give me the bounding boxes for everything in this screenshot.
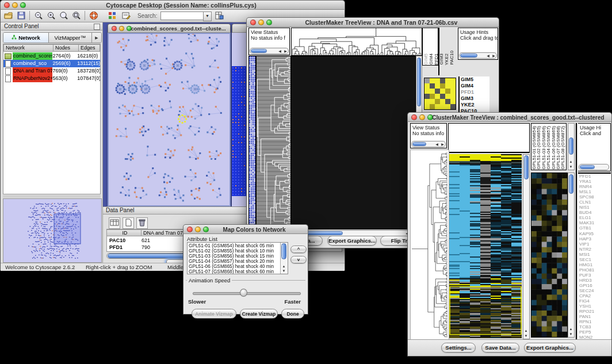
column-label[interactable]: GPL51-02 (GSM855) (536, 126, 541, 170)
tv2-status-hscroll[interactable]: ◀ ▶ (411, 141, 446, 147)
gene-label[interactable]: HAP3 (579, 236, 611, 242)
new-attribute-icon[interactable] (123, 217, 134, 229)
scroll-left-icon[interactable]: ◀ (485, 54, 491, 58)
tv1-column-dendrogram[interactable] (291, 28, 422, 56)
scroll-thumb[interactable] (412, 142, 426, 146)
tab-vizmapper[interactable]: VizMapper™ (49, 33, 92, 43)
tv2-save-data-button[interactable]: Save Data... (481, 343, 519, 352)
gene-label[interactable]: HMG1 (579, 262, 611, 267)
tv1-status-hscroll[interactable]: ◀ ▶ (250, 48, 289, 54)
gene-label[interactable]: PAN1 (579, 314, 611, 319)
scroll-left-icon[interactable]: ◀ (434, 143, 439, 147)
row-label[interactable]: GIM3 (461, 95, 489, 102)
scroll-down-icon[interactable]: ▼ (568, 165, 573, 169)
column-label[interactable]: GIM4 (429, 53, 434, 65)
zoom-out-icon[interactable] (34, 11, 43, 20)
gene-label[interactable]: PFD1 (579, 174, 611, 179)
dialog-titlebar[interactable]: Map Colors to Network (183, 224, 308, 234)
gene-label[interactable]: MSL1 (579, 189, 611, 194)
import-table-icon[interactable] (215, 11, 224, 20)
tv2-row-dendrogram[interactable] (410, 150, 449, 340)
row-label[interactable]: PFD1 (461, 89, 489, 95)
tv2-zoom-heatmap[interactable] (531, 173, 568, 338)
scroll-up-icon[interactable]: ▲ (281, 265, 286, 269)
gene-label[interactable]: CLN1 (579, 200, 611, 205)
column-label[interactable]: GPL51-06 (GSM865) (551, 126, 556, 170)
gene-label[interactable]: MON2 (579, 335, 611, 339)
treeview1-titlebar[interactable]: ClusterMaker TreeView : DNA and Tran 07-… (246, 17, 499, 27)
tab-network[interactable]: Network (3, 33, 49, 43)
main-titlebar[interactable]: Cytoscape Desktop (Session Name: collins… (0, 0, 345, 10)
window-controls[interactable] (4, 2, 26, 8)
row-label[interactable]: YKE2 (461, 102, 489, 108)
scroll-down-icon[interactable]: ▼ (568, 332, 573, 336)
save-session-icon[interactable] (17, 11, 26, 20)
column-label[interactable]: PAC10 (449, 51, 454, 65)
tv1-export-graphics-button[interactable]: Export Graphics... (327, 236, 377, 246)
gene-label[interactable]: NTR2 (579, 247, 611, 252)
minimize-icon[interactable] (195, 227, 201, 232)
minimize-icon[interactable] (119, 26, 124, 31)
scroll-right-icon[interactable]: ▶ (283, 49, 288, 53)
gene-label[interactable]: SPC98 (579, 194, 611, 200)
close-icon[interactable] (411, 114, 417, 120)
speed-slider-thumb[interactable] (240, 289, 247, 297)
gene-label[interactable]: YSH1 (579, 304, 611, 309)
open-session-icon[interactable] (4, 11, 13, 20)
scroll-thumb[interactable] (460, 53, 477, 58)
scroll-up-icon[interactable]: ▲ (568, 327, 573, 331)
gene-label[interactable]: ELG1 (579, 215, 611, 220)
float-panel-icon[interactable] (94, 24, 100, 30)
gene-label[interactable]: FIG4 (579, 298, 611, 304)
close-icon[interactable] (4, 2, 10, 8)
zoom-selected-icon[interactable] (59, 11, 68, 20)
tv2-zoom-vscroll[interactable]: ▲ ▼ (568, 173, 575, 338)
col-id[interactable]: ID (107, 229, 141, 236)
tv2-heatmap-strip[interactable] (449, 154, 522, 338)
tv2-vscroll[interactable]: ▲ ▼ (523, 154, 530, 339)
column-label[interactable]: YKE2 (444, 53, 449, 65)
scroll-thumb[interactable] (417, 58, 421, 106)
animate-vizmap-button[interactable]: Animate Vizmap (192, 309, 236, 319)
scroll-thumb[interactable] (580, 165, 595, 169)
col-network[interactable]: Network (3, 44, 53, 52)
scroll-thumb[interactable] (569, 174, 573, 194)
network-row[interactable]: combined_sco 2569(6) 13112(15) (3, 60, 100, 67)
network-row[interactable]: DNA and Tran 07 769(0) 183728(0) (3, 67, 100, 75)
column-label[interactable]: GPL51-08 (GSM872) (560, 126, 565, 170)
annotation-icon[interactable] (121, 11, 131, 20)
network-row[interactable]: RNAPuberNov2+ 563(0) 107847(0) (3, 75, 100, 82)
network-graph-canvas[interactable] (108, 33, 231, 206)
scroll-up-icon[interactable]: ▲ (523, 329, 529, 333)
col-nodes[interactable]: Nodes (53, 44, 79, 52)
tabs-more-button[interactable]: ▶ (92, 33, 101, 43)
minimize-icon[interactable] (419, 114, 425, 120)
tv1-global-strip[interactable] (248, 56, 256, 229)
gene-label[interactable]: GPI16 (579, 283, 611, 288)
scroll-thumb[interactable] (524, 155, 529, 179)
minimize-icon[interactable] (12, 2, 18, 8)
gene-label[interactable]: PHO81 (579, 267, 611, 273)
gene-label[interactable]: RPN1 (579, 319, 611, 324)
gene-label[interactable]: HRD3 (579, 278, 611, 283)
gene-label[interactable]: SEC1 (579, 257, 611, 262)
gene-label[interactable]: PEP5 (579, 329, 611, 335)
close-icon[interactable] (187, 227, 193, 232)
gene-label[interactable]: GTB1 (579, 225, 611, 231)
move-down-button[interactable]: v (290, 256, 307, 263)
row-label[interactable]: GIM5 (461, 76, 489, 83)
tv2-hints-hscroll[interactable] (579, 164, 609, 170)
gene-label[interactable]: RNR4 (579, 184, 611, 189)
gene-label[interactable]: TCB3 (579, 324, 611, 329)
zoom-in-icon[interactable] (47, 11, 56, 20)
tv2-export-graphics-button[interactable]: Export Graphics... (524, 343, 576, 352)
gene-label[interactable]: PUF3 (579, 273, 611, 278)
minimize-icon[interactable] (258, 20, 264, 25)
column-label[interactable]: GIM3 (439, 53, 444, 65)
tv1-heatmap[interactable] (291, 56, 416, 229)
move-up-button[interactable]: ^ (290, 246, 307, 253)
done-button[interactable]: Done (281, 309, 304, 319)
tv1-hints-hscroll[interactable]: ◀ ▶ (459, 52, 497, 59)
scroll-thumb[interactable] (281, 243, 286, 259)
attribute-item[interactable]: GPL51-07 (GSM868) heat shock 60 min (189, 269, 286, 274)
